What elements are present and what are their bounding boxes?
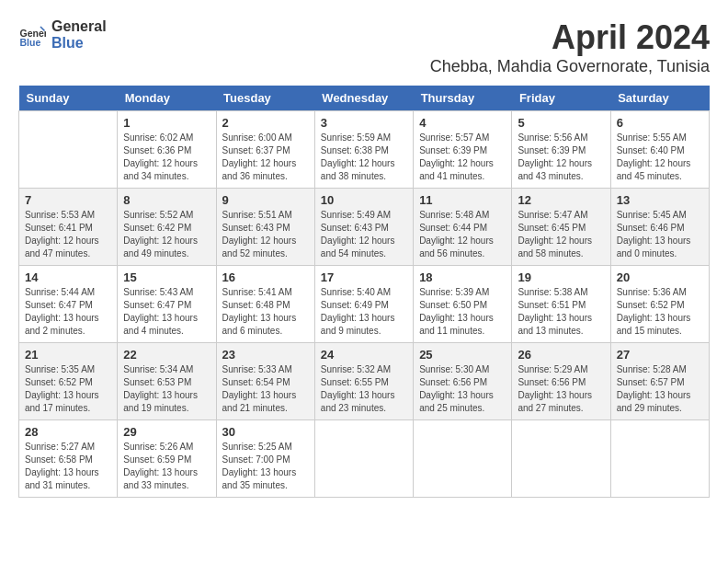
day-number: 21 <box>25 348 111 362</box>
week-row-4: 21Sunrise: 5:35 AM Sunset: 6:52 PM Dayli… <box>19 343 710 420</box>
day-content: Sunrise: 5:55 AM Sunset: 6:40 PM Dayligh… <box>617 132 703 183</box>
calendar-cell: 16Sunrise: 5:41 AM Sunset: 6:48 PM Dayli… <box>216 266 314 343</box>
day-number: 19 <box>518 270 604 284</box>
day-number: 27 <box>617 348 703 362</box>
calendar-cell: 30Sunrise: 5:25 AM Sunset: 7:00 PM Dayli… <box>216 420 314 498</box>
calendar-cell: 11Sunrise: 5:48 AM Sunset: 6:44 PM Dayli… <box>414 189 512 266</box>
calendar-cell: 27Sunrise: 5:28 AM Sunset: 6:57 PM Dayli… <box>610 343 709 420</box>
calendar-cell <box>414 420 512 498</box>
calendar-cell: 4Sunrise: 5:57 AM Sunset: 6:39 PM Daylig… <box>414 111 512 189</box>
day-content: Sunrise: 5:28 AM Sunset: 6:57 PM Dayligh… <box>617 363 703 415</box>
day-number: 5 <box>518 116 604 130</box>
day-number: 15 <box>123 270 210 284</box>
day-number: 30 <box>222 425 309 439</box>
col-header-friday: Friday <box>512 86 610 111</box>
day-number: 29 <box>123 425 210 439</box>
day-number: 6 <box>617 116 703 130</box>
week-row-1: 1Sunrise: 6:02 AM Sunset: 6:36 PM Daylig… <box>19 111 710 189</box>
day-content: Sunrise: 5:41 AM Sunset: 6:48 PM Dayligh… <box>222 286 309 338</box>
day-content: Sunrise: 5:52 AM Sunset: 6:42 PM Dayligh… <box>123 209 210 260</box>
day-number: 22 <box>123 348 210 362</box>
day-content: Sunrise: 5:59 AM Sunset: 6:38 PM Dayligh… <box>321 132 407 183</box>
month-title: April 2024 <box>430 18 710 57</box>
day-content: Sunrise: 5:56 AM Sunset: 6:39 PM Dayligh… <box>518 132 604 183</box>
col-header-thursday: Thursday <box>414 86 512 111</box>
day-content: Sunrise: 6:00 AM Sunset: 6:37 PM Dayligh… <box>222 132 309 183</box>
calendar-cell: 2Sunrise: 6:00 AM Sunset: 6:37 PM Daylig… <box>216 111 314 189</box>
day-content: Sunrise: 5:49 AM Sunset: 6:43 PM Dayligh… <box>321 209 407 260</box>
day-number: 28 <box>25 425 111 439</box>
day-number: 9 <box>222 193 309 207</box>
day-number: 1 <box>123 116 210 130</box>
week-row-3: 14Sunrise: 5:44 AM Sunset: 6:47 PM Dayli… <box>19 266 710 343</box>
calendar-cell: 19Sunrise: 5:38 AM Sunset: 6:51 PM Dayli… <box>512 266 610 343</box>
col-header-monday: Monday <box>118 86 216 111</box>
col-header-tuesday: Tuesday <box>216 86 314 111</box>
day-content: Sunrise: 5:32 AM Sunset: 6:55 PM Dayligh… <box>321 363 407 415</box>
day-content: Sunrise: 5:34 AM Sunset: 6:53 PM Dayligh… <box>123 363 210 415</box>
calendar-cell: 26Sunrise: 5:29 AM Sunset: 6:56 PM Dayli… <box>512 343 610 420</box>
calendar-cell: 21Sunrise: 5:35 AM Sunset: 6:52 PM Dayli… <box>19 343 118 420</box>
day-content: Sunrise: 5:29 AM Sunset: 6:56 PM Dayligh… <box>518 363 604 415</box>
calendar-cell: 6Sunrise: 5:55 AM Sunset: 6:40 PM Daylig… <box>610 111 709 189</box>
day-number: 12 <box>518 193 604 207</box>
day-content: Sunrise: 5:25 AM Sunset: 7:00 PM Dayligh… <box>222 441 309 492</box>
day-content: Sunrise: 5:51 AM Sunset: 6:43 PM Dayligh… <box>222 209 309 260</box>
day-number: 18 <box>419 270 506 284</box>
day-number: 7 <box>25 193 111 207</box>
day-content: Sunrise: 5:33 AM Sunset: 6:54 PM Dayligh… <box>222 363 309 415</box>
logo-icon: General Blue <box>18 21 46 49</box>
svg-text:Blue: Blue <box>20 37 41 48</box>
day-content: Sunrise: 5:40 AM Sunset: 6:49 PM Dayligh… <box>321 286 407 338</box>
day-content: Sunrise: 5:36 AM Sunset: 6:52 PM Dayligh… <box>617 286 703 338</box>
page-header: General Blue General Blue April 2024 Che… <box>18 18 710 76</box>
day-number: 11 <box>419 193 506 207</box>
calendar-cell: 24Sunrise: 5:32 AM Sunset: 6:55 PM Dayli… <box>314 343 413 420</box>
calendar-cell: 10Sunrise: 5:49 AM Sunset: 6:43 PM Dayli… <box>314 189 413 266</box>
calendar-table: SundayMondayTuesdayWednesdayThursdayFrid… <box>18 86 710 498</box>
day-number: 25 <box>419 348 506 362</box>
calendar-cell: 8Sunrise: 5:52 AM Sunset: 6:42 PM Daylig… <box>118 189 216 266</box>
week-row-2: 7Sunrise: 5:53 AM Sunset: 6:41 PM Daylig… <box>19 189 710 266</box>
day-number: 16 <box>222 270 309 284</box>
day-content: Sunrise: 5:43 AM Sunset: 6:47 PM Dayligh… <box>123 286 210 338</box>
calendar-cell: 23Sunrise: 5:33 AM Sunset: 6:54 PM Dayli… <box>216 343 314 420</box>
day-content: Sunrise: 5:38 AM Sunset: 6:51 PM Dayligh… <box>518 286 604 338</box>
calendar-cell <box>512 420 610 498</box>
day-content: Sunrise: 5:57 AM Sunset: 6:39 PM Dayligh… <box>419 132 506 183</box>
calendar-cell: 22Sunrise: 5:34 AM Sunset: 6:53 PM Dayli… <box>118 343 216 420</box>
day-number: 3 <box>321 116 407 130</box>
location-subtitle: Chebba, Mahdia Governorate, Tunisia <box>430 57 710 76</box>
calendar-cell: 12Sunrise: 5:47 AM Sunset: 6:45 PM Dayli… <box>512 189 610 266</box>
day-number: 17 <box>321 270 407 284</box>
day-number: 20 <box>617 270 703 284</box>
day-content: Sunrise: 5:53 AM Sunset: 6:41 PM Dayligh… <box>25 209 111 260</box>
calendar-cell: 18Sunrise: 5:39 AM Sunset: 6:50 PM Dayli… <box>414 266 512 343</box>
logo: General Blue General Blue <box>18 18 107 52</box>
calendar-cell: 25Sunrise: 5:30 AM Sunset: 6:56 PM Dayli… <box>414 343 512 420</box>
col-header-sunday: Sunday <box>19 86 118 111</box>
header-row: SundayMondayTuesdayWednesdayThursdayFrid… <box>19 86 710 111</box>
day-number: 14 <box>25 270 111 284</box>
day-number: 10 <box>321 193 407 207</box>
calendar-cell: 5Sunrise: 5:56 AM Sunset: 6:39 PM Daylig… <box>512 111 610 189</box>
day-number: 23 <box>222 348 309 362</box>
calendar-cell: 1Sunrise: 6:02 AM Sunset: 6:36 PM Daylig… <box>118 111 216 189</box>
day-content: Sunrise: 5:27 AM Sunset: 6:58 PM Dayligh… <box>25 441 111 492</box>
day-content: Sunrise: 5:44 AM Sunset: 6:47 PM Dayligh… <box>25 286 111 338</box>
calendar-cell <box>314 420 413 498</box>
day-content: Sunrise: 5:47 AM Sunset: 6:45 PM Dayligh… <box>518 209 604 260</box>
day-number: 24 <box>321 348 407 362</box>
calendar-cell <box>19 111 118 189</box>
calendar-cell: 14Sunrise: 5:44 AM Sunset: 6:47 PM Dayli… <box>19 266 118 343</box>
day-number: 13 <box>617 193 703 207</box>
calendar-cell: 3Sunrise: 5:59 AM Sunset: 6:38 PM Daylig… <box>314 111 413 189</box>
calendar-cell: 29Sunrise: 5:26 AM Sunset: 6:59 PM Dayli… <box>118 420 216 498</box>
col-header-wednesday: Wednesday <box>314 86 413 111</box>
calendar-cell <box>610 420 709 498</box>
day-content: Sunrise: 5:39 AM Sunset: 6:50 PM Dayligh… <box>419 286 506 338</box>
calendar-cell: 17Sunrise: 5:40 AM Sunset: 6:49 PM Dayli… <box>314 266 413 343</box>
calendar-cell: 7Sunrise: 5:53 AM Sunset: 6:41 PM Daylig… <box>19 189 118 266</box>
day-content: Sunrise: 5:26 AM Sunset: 6:59 PM Dayligh… <box>123 441 210 492</box>
day-content: Sunrise: 5:48 AM Sunset: 6:44 PM Dayligh… <box>419 209 506 260</box>
